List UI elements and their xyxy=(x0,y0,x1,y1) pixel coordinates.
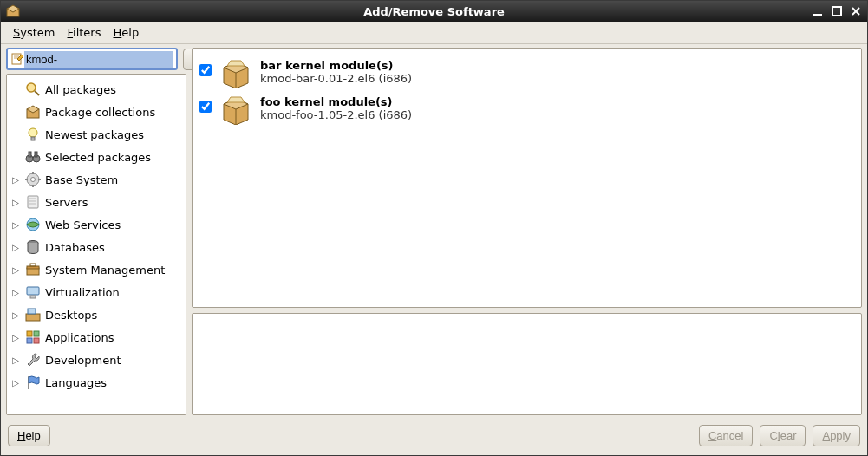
svg-rect-18 xyxy=(35,152,37,157)
search-input[interactable] xyxy=(24,51,173,68)
sidebar-item-system-management[interactable]: ▷ System Management xyxy=(9,258,184,281)
detail-pane xyxy=(192,313,862,415)
svg-rect-2 xyxy=(813,14,822,16)
expander-icon[interactable]: ▷ xyxy=(10,355,21,365)
svg-rect-41 xyxy=(34,338,39,343)
flag-icon xyxy=(24,374,42,391)
sidebar-item-languages[interactable]: ▷ Languages xyxy=(9,371,184,394)
footer: Help Cancel Clear Apply xyxy=(6,420,862,450)
computer-icon xyxy=(24,283,42,301)
svg-rect-40 xyxy=(27,338,32,343)
package-row[interactable]: foo kernel module(s) kmod-foo-1.05-2.el6… xyxy=(198,92,856,128)
svg-line-10 xyxy=(35,91,39,95)
edit-icon xyxy=(10,52,24,66)
expander-icon[interactable]: ▷ xyxy=(10,198,21,207)
package-list[interactable]: bar kernel module(s) kmod-bar-0.01-2.el6… xyxy=(192,48,862,308)
package-title: bar kernel module(s) xyxy=(260,59,412,72)
close-button[interactable] xyxy=(848,4,864,18)
package-subtitle: kmod-bar-0.01-2.el6 (i686) xyxy=(260,72,412,85)
menu-system[interactable]: System xyxy=(8,23,61,42)
svg-rect-36 xyxy=(26,314,40,321)
maximize-button[interactable] xyxy=(829,4,845,18)
svg-rect-39 xyxy=(34,331,39,336)
category-tree[interactable]: All packages Package collections Newest … xyxy=(6,74,186,415)
box-icon xyxy=(24,103,42,121)
clear-button[interactable]: Clear xyxy=(760,425,806,446)
sidebar-item-applications[interactable]: ▷ Applications xyxy=(9,326,184,349)
sidebar-item-package-collections[interactable]: Package collections xyxy=(9,101,184,123)
svg-point-13 xyxy=(29,128,37,137)
wrench-icon xyxy=(24,351,42,368)
sidebar-item-newest-packages[interactable]: Newest packages xyxy=(9,123,184,146)
package-checkbox[interactable] xyxy=(199,64,212,76)
svg-rect-35 xyxy=(30,296,36,298)
svg-marker-46 xyxy=(227,61,245,66)
sidebar-item-servers[interactable]: ▷ Servers xyxy=(9,191,184,213)
globe-icon xyxy=(24,216,42,233)
app-icon xyxy=(6,4,20,18)
sidebar-item-virtualization[interactable]: ▷ Virtualization xyxy=(9,281,184,303)
svg-point-20 xyxy=(31,178,36,182)
expander-icon[interactable]: ▷ xyxy=(10,243,21,252)
sidebar-item-base-system[interactable]: ▷ Base System xyxy=(9,168,184,191)
gear-icon xyxy=(24,171,42,188)
database-icon xyxy=(24,238,42,256)
titlebar: Add/Remove Software xyxy=(1,1,867,22)
apply-button[interactable]: Apply xyxy=(813,425,860,446)
expander-icon[interactable]: ▷ xyxy=(10,310,21,320)
expander-icon[interactable]: ▷ xyxy=(10,265,21,275)
svg-rect-33 xyxy=(30,264,36,266)
sidebar-item-selected-packages[interactable]: Selected packages xyxy=(9,146,184,168)
expander-icon[interactable]: ▷ xyxy=(10,175,21,185)
menubar: System Filters Help xyxy=(1,22,867,44)
lightbulb-icon xyxy=(24,126,42,143)
svg-rect-34 xyxy=(27,287,39,295)
svg-rect-38 xyxy=(27,331,32,336)
menu-help[interactable]: Help xyxy=(108,23,144,42)
magnifier-icon xyxy=(24,81,42,98)
sidebar-item-databases[interactable]: ▷ Databases xyxy=(9,236,184,258)
sidebar-item-web-services[interactable]: ▷ Web Services xyxy=(9,213,184,236)
package-box-icon xyxy=(219,59,253,88)
svg-rect-25 xyxy=(28,196,38,208)
sidebar-item-desktops[interactable]: ▷ Desktops xyxy=(9,303,184,326)
minimize-button[interactable] xyxy=(810,4,826,18)
binoculars-icon xyxy=(24,148,42,166)
window: Add/Remove Software System Filters Help xyxy=(0,0,868,456)
svg-rect-17 xyxy=(29,152,31,157)
help-button[interactable]: Help xyxy=(8,425,50,446)
package-title: foo kernel module(s) xyxy=(260,95,412,108)
svg-rect-3 xyxy=(832,7,841,16)
svg-point-9 xyxy=(27,83,36,92)
sidebar-item-all-packages[interactable]: All packages xyxy=(9,78,184,101)
sidebar-item-development[interactable]: ▷ Development xyxy=(9,349,184,371)
window-title: Add/Remove Software xyxy=(363,5,505,18)
package-row[interactable]: bar kernel module(s) kmod-bar-0.01-2.el6… xyxy=(198,55,856,92)
server-icon xyxy=(24,193,42,211)
expander-icon[interactable]: ▷ xyxy=(10,333,21,342)
search-input-wrap[interactable] xyxy=(6,48,178,70)
expander-icon[interactable]: ▷ xyxy=(10,220,21,230)
svg-marker-50 xyxy=(227,97,245,102)
desktop-icon xyxy=(24,306,42,323)
cancel-button[interactable]: Cancel xyxy=(699,425,753,446)
expander-icon[interactable]: ▷ xyxy=(10,378,21,388)
svg-rect-37 xyxy=(28,309,36,314)
package-box-icon xyxy=(219,95,253,125)
package-checkbox[interactable] xyxy=(199,101,212,113)
menu-filters[interactable]: Filters xyxy=(62,23,107,42)
package-subtitle: kmod-foo-1.05-2.el6 (i686) xyxy=(260,108,412,121)
svg-rect-14 xyxy=(31,137,35,140)
expander-icon[interactable]: ▷ xyxy=(10,288,21,297)
apps-icon xyxy=(24,329,42,346)
toolbox-icon xyxy=(24,261,42,278)
